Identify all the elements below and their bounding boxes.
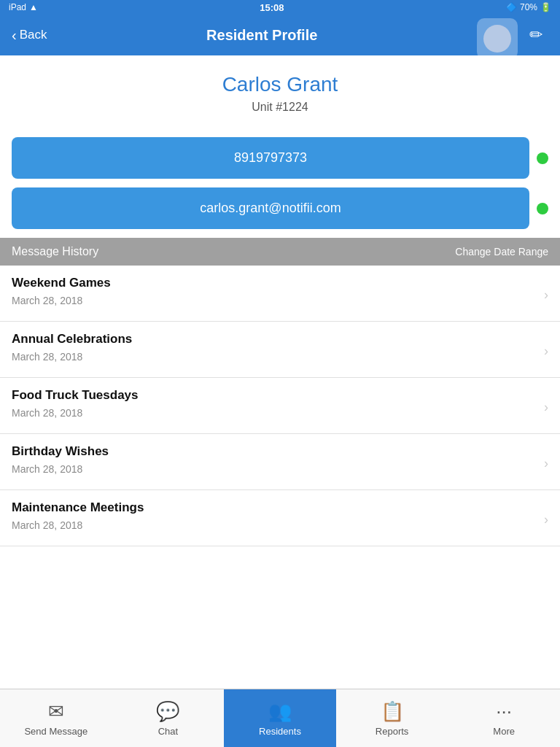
nav-bar: ‹ Back Resident Profile ✏ — [0, 15, 560, 55]
message-list: Weekend Games March 28, 2018 › Annual Ce… — [0, 266, 560, 729]
chevron-right-icon: › — [538, 400, 548, 415]
message-date: March 28, 2018 — [12, 407, 538, 419]
chevron-right-icon: › — [538, 344, 548, 359]
message-title: Maintenance Meetings — [12, 500, 538, 515]
reports-label: Reports — [376, 726, 409, 737]
carrier-label: iPad — [9, 2, 26, 12]
phone-status-dot — [537, 152, 548, 164]
avatar — [477, 18, 518, 59]
status-left: iPad ▲ — [9, 2, 38, 12]
list-item[interactable]: Annual Celebrations March 28, 2018 › — [0, 322, 560, 378]
status-time: 15:08 — [260, 2, 284, 13]
chat-icon: 💬 — [156, 700, 179, 723]
back-button[interactable]: ‹ Back — [12, 27, 47, 44]
reports-icon: 📋 — [381, 700, 404, 723]
message-title: Weekend Games — [12, 276, 538, 290]
contact-buttons: 8919797373 carlos.grant@notifii.com — [0, 137, 560, 229]
tab-residents[interactable]: 👥 Residents — [224, 689, 336, 747]
wifi-icon: ▲ — [29, 2, 38, 12]
list-item[interactable]: Birthday Wishes March 28, 2018 › — [0, 434, 560, 490]
message-date: March 28, 2018 — [12, 463, 538, 475]
send-message-label: Send Message — [24, 726, 88, 737]
list-item[interactable]: Weekend Games March 28, 2018 › — [0, 266, 560, 322]
tab-send-message[interactable]: ✉ Send Message — [0, 689, 112, 747]
avatar-circle — [483, 25, 511, 53]
email-button[interactable]: carlos.grant@notifii.com — [12, 187, 529, 229]
resident-name: Carlos Grant — [12, 73, 548, 96]
send-message-icon: ✉ — [48, 700, 64, 723]
message-history-title: Message History — [12, 245, 98, 258]
message-history-header: Message History Change Date Range — [0, 238, 560, 266]
message-date: March 28, 2018 — [12, 295, 538, 306]
chevron-right-icon: › — [538, 512, 548, 527]
message-date: March 28, 2018 — [12, 519, 538, 531]
more-icon: ··· — [496, 700, 512, 723]
email-status-dot — [537, 203, 548, 214]
profile-section: Carlos Grant Unit #1224 — [0, 55, 560, 137]
resident-unit: Unit #1224 — [12, 101, 548, 114]
email-row: carlos.grant@notifii.com — [12, 187, 548, 229]
residents-label: Residents — [259, 726, 301, 737]
change-date-range-button[interactable]: Change Date Range — [455, 246, 548, 258]
residents-icon: 👥 — [268, 700, 292, 723]
phone-row: 8919797373 — [12, 137, 548, 179]
tab-reports[interactable]: 📋 Reports — [336, 689, 448, 747]
status-bar: iPad ▲ 15:08 🔷 70% 🔋 — [0, 0, 560, 15]
chevron-right-icon: › — [538, 287, 548, 303]
back-label: Back — [20, 28, 47, 42]
page-title: Resident Profile — [47, 27, 477, 44]
nav-right: ✏ — [477, 11, 548, 59]
chevron-right-icon: › — [538, 456, 548, 471]
more-label: More — [493, 726, 515, 737]
edit-button[interactable]: ✏ — [524, 23, 548, 47]
list-item[interactable]: Food Truck Tuesdays March 28, 2018 › — [0, 378, 560, 434]
message-title: Birthday Wishes — [12, 444, 538, 459]
list-item[interactable]: Maintenance Meetings March 28, 2018 › — [0, 490, 560, 546]
back-chevron-icon: ‹ — [12, 27, 17, 44]
tab-more[interactable]: ··· More — [448, 689, 560, 747]
chat-label: Chat — [158, 726, 178, 737]
phone-button[interactable]: 8919797373 — [12, 137, 529, 179]
tab-chat[interactable]: 💬 Chat — [112, 689, 225, 747]
tab-bar: ✉ Send Message 💬 Chat 👥 Residents 📋 Repo… — [0, 689, 560, 747]
message-title: Annual Celebrations — [12, 332, 538, 347]
message-date: March 28, 2018 — [12, 351, 538, 363]
message-title: Food Truck Tuesdays — [12, 388, 538, 403]
